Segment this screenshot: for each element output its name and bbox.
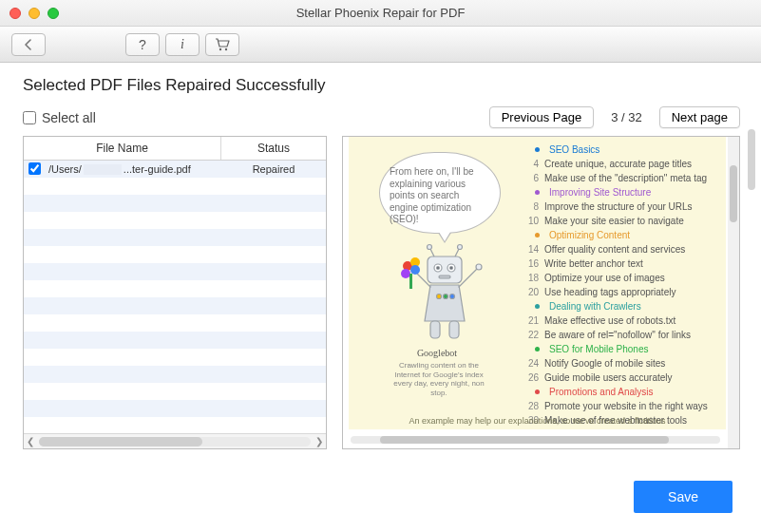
file-table: File Name Status /Users/...ter-guide.pdf… — [23, 136, 327, 449]
toc-item: 22Be aware of rel="nofollow" for links — [522, 328, 716, 342]
page-heading: Selected PDF Files Repaired Successfully — [23, 76, 740, 95]
previous-page-button[interactable]: Previous Page — [489, 106, 595, 128]
table-row[interactable] — [24, 195, 326, 212]
svg-rect-7 — [439, 276, 450, 278]
pdf-preview-panel: From here on, I'll be explaining various… — [342, 136, 740, 449]
select-all-label: Select all — [42, 110, 96, 125]
title-bar: Stellar Phoenix Repair for PDF — [0, 0, 761, 27]
toc-item: 20Use heading tags appropriately — [522, 285, 716, 299]
cart-button[interactable] — [205, 33, 239, 56]
svg-point-12 — [437, 294, 442, 299]
svg-point-13 — [444, 294, 448, 299]
column-header-filename[interactable]: File Name — [24, 137, 221, 160]
toc-section: Promotions and Analysis — [522, 385, 716, 399]
toc-section: Improving Site Structure — [522, 185, 716, 200]
bot-name: Googlebot — [362, 348, 512, 358]
cell-filename: /Users/...ter-guide.pdf — [45, 163, 221, 175]
row-checkbox[interactable] — [29, 162, 41, 175]
toc-item: 26Guide mobile users accurately — [522, 370, 716, 385]
back-button[interactable] — [11, 33, 46, 56]
svg-rect-2 — [428, 256, 462, 283]
svg-point-4 — [437, 267, 440, 270]
scroll-thumb[interactable] — [748, 129, 755, 190]
window-minimize-button[interactable] — [29, 8, 40, 19]
table-row[interactable] — [24, 332, 326, 349]
toc-item: 18Optimize your use of images — [522, 271, 716, 285]
scroll-thumb[interactable] — [380, 436, 668, 444]
info-button[interactable]: i — [165, 33, 200, 56]
toc-section: SEO Basics — [522, 142, 716, 157]
svg-point-21 — [401, 269, 410, 278]
table-row[interactable] — [24, 349, 326, 366]
svg-point-11 — [458, 245, 463, 250]
select-all-input[interactable] — [23, 111, 36, 124]
table-of-contents: SEO Basics4Create unique, accurate page … — [522, 142, 716, 426]
svg-point-0 — [219, 48, 221, 49]
table-row[interactable] — [24, 246, 326, 263]
toc-item: 24Notify Google of mobile sites — [522, 356, 716, 370]
column-header-status[interactable]: Status — [221, 137, 326, 160]
svg-point-1 — [225, 48, 227, 49]
toc-item: 6Make use of the "description" meta tag — [522, 171, 716, 185]
save-button[interactable]: Save — [634, 481, 732, 513]
googlebot-illustration — [396, 243, 491, 348]
preview-footnote: An example may help our explanations, so… — [349, 416, 726, 426]
toc-item: 14Offer quality content and services — [522, 242, 716, 256]
svg-point-6 — [450, 267, 453, 270]
speech-bubble: From here on, I'll be explaining various… — [379, 152, 501, 234]
preview-horizontal-scrollbar[interactable] — [351, 436, 720, 444]
toc-section: Dealing with Crawlers — [522, 299, 716, 314]
toc-section: Optimizing Content — [522, 228, 716, 242]
toolbar: ? i — [0, 27, 761, 63]
toc-item: 16Write better anchor text — [522, 256, 716, 271]
file-table-body: /Users/...ter-guide.pdfRepaired — [24, 161, 326, 433]
toc-item: 8Improve the structure of your URLs — [522, 200, 716, 214]
svg-point-20 — [410, 265, 420, 275]
scroll-thumb[interactable] — [39, 437, 202, 446]
svg-rect-17 — [449, 321, 459, 338]
svg-rect-22 — [409, 274, 412, 289]
toc-item: 28Promote your website in the right ways — [522, 399, 716, 413]
table-row[interactable] — [24, 400, 326, 417]
scroll-left-icon[interactable]: ❮ — [24, 436, 37, 446]
table-horizontal-scrollbar[interactable]: ❮ ❯ — [24, 433, 326, 448]
window-zoom-button[interactable] — [48, 8, 59, 19]
table-row[interactable] — [24, 383, 326, 400]
scroll-thumb[interactable] — [730, 165, 737, 222]
toc-item: 4Create unique, accurate page titles — [522, 157, 716, 171]
page-indicator: 3 / 32 — [611, 110, 642, 124]
table-row[interactable] — [24, 417, 326, 433]
table-row[interactable] — [24, 212, 326, 229]
table-row[interactable] — [24, 178, 326, 195]
table-row[interactable] — [24, 229, 326, 246]
toc-item: 21Make effective use of robots.txt — [522, 314, 716, 328]
next-page-button[interactable]: Next page — [659, 106, 740, 128]
table-row[interactable]: /Users/...ter-guide.pdfRepaired — [24, 161, 326, 178]
table-row[interactable] — [24, 297, 326, 314]
svg-point-9 — [428, 245, 432, 250]
select-all-checkbox[interactable]: Select all — [23, 110, 96, 125]
scroll-right-icon[interactable]: ❯ — [313, 436, 326, 446]
help-button[interactable]: ? — [125, 33, 160, 56]
window-close-button[interactable] — [10, 8, 21, 19]
bot-caption: Crawling content on the Internet for Goo… — [387, 361, 491, 397]
toc-section: SEO for Mobile Phones — [522, 342, 716, 356]
window-title: Stellar Phoenix Repair for PDF — [0, 6, 761, 20]
table-row[interactable] — [24, 263, 326, 280]
svg-point-14 — [450, 294, 455, 299]
svg-line-10 — [455, 249, 459, 256]
cell-status: Repaired — [221, 163, 326, 175]
window-vertical-scrollbar[interactable] — [748, 63, 757, 475]
svg-point-15 — [476, 264, 482, 270]
toc-item: 10Make your site easier to navigate — [522, 214, 716, 228]
svg-line-8 — [430, 249, 434, 256]
table-row[interactable] — [24, 314, 326, 332]
table-row[interactable] — [24, 280, 326, 297]
table-row[interactable] — [24, 366, 326, 383]
preview-vertical-scrollbar[interactable] — [728, 137, 739, 448]
svg-rect-16 — [430, 321, 440, 338]
